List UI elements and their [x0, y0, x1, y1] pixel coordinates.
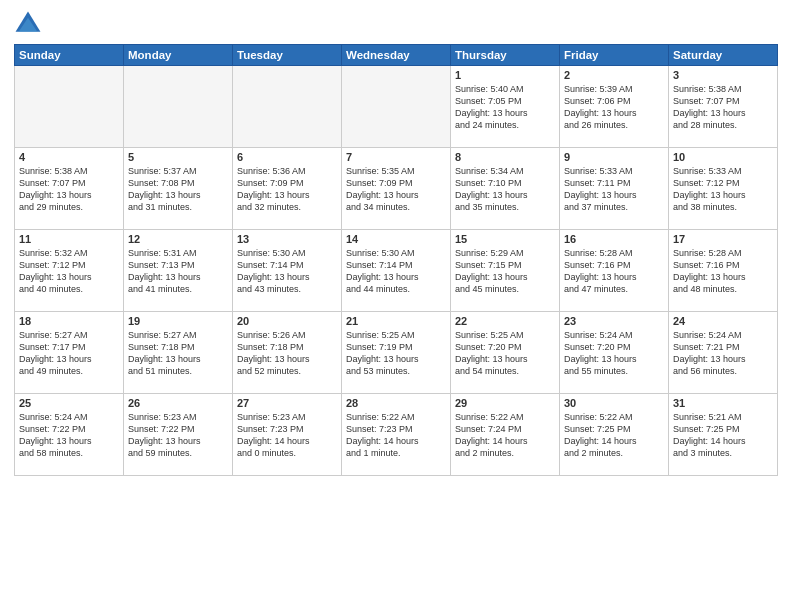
day-number: 12 — [128, 233, 228, 245]
day-cell: 4Sunrise: 5:38 AM Sunset: 7:07 PM Daylig… — [15, 148, 124, 230]
day-number: 25 — [19, 397, 119, 409]
day-cell: 24Sunrise: 5:24 AM Sunset: 7:21 PM Dayli… — [669, 312, 778, 394]
day-cell: 14Sunrise: 5:30 AM Sunset: 7:14 PM Dayli… — [342, 230, 451, 312]
day-cell — [342, 66, 451, 148]
day-info: Sunrise: 5:30 AM Sunset: 7:14 PM Dayligh… — [237, 247, 337, 296]
day-cell: 16Sunrise: 5:28 AM Sunset: 7:16 PM Dayli… — [560, 230, 669, 312]
day-cell: 10Sunrise: 5:33 AM Sunset: 7:12 PM Dayli… — [669, 148, 778, 230]
day-number: 4 — [19, 151, 119, 163]
day-number: 27 — [237, 397, 337, 409]
weekday-header-row: SundayMondayTuesdayWednesdayThursdayFrid… — [15, 45, 778, 66]
weekday-header-friday: Friday — [560, 45, 669, 66]
day-info: Sunrise: 5:22 AM Sunset: 7:25 PM Dayligh… — [564, 411, 664, 460]
day-number: 6 — [237, 151, 337, 163]
day-info: Sunrise: 5:34 AM Sunset: 7:10 PM Dayligh… — [455, 165, 555, 214]
day-info: Sunrise: 5:38 AM Sunset: 7:07 PM Dayligh… — [673, 83, 773, 132]
day-cell: 5Sunrise: 5:37 AM Sunset: 7:08 PM Daylig… — [124, 148, 233, 230]
day-cell: 9Sunrise: 5:33 AM Sunset: 7:11 PM Daylig… — [560, 148, 669, 230]
day-info: Sunrise: 5:37 AM Sunset: 7:08 PM Dayligh… — [128, 165, 228, 214]
day-number: 24 — [673, 315, 773, 327]
day-cell: 12Sunrise: 5:31 AM Sunset: 7:13 PM Dayli… — [124, 230, 233, 312]
weekday-header-wednesday: Wednesday — [342, 45, 451, 66]
day-number: 20 — [237, 315, 337, 327]
logo — [14, 10, 46, 38]
day-number: 3 — [673, 69, 773, 81]
day-cell: 23Sunrise: 5:24 AM Sunset: 7:20 PM Dayli… — [560, 312, 669, 394]
day-cell: 13Sunrise: 5:30 AM Sunset: 7:14 PM Dayli… — [233, 230, 342, 312]
day-info: Sunrise: 5:35 AM Sunset: 7:09 PM Dayligh… — [346, 165, 446, 214]
day-info: Sunrise: 5:26 AM Sunset: 7:18 PM Dayligh… — [237, 329, 337, 378]
day-cell: 1Sunrise: 5:40 AM Sunset: 7:05 PM Daylig… — [451, 66, 560, 148]
day-cell — [233, 66, 342, 148]
week-row-4: 18Sunrise: 5:27 AM Sunset: 7:17 PM Dayli… — [15, 312, 778, 394]
day-cell: 26Sunrise: 5:23 AM Sunset: 7:22 PM Dayli… — [124, 394, 233, 476]
day-cell: 31Sunrise: 5:21 AM Sunset: 7:25 PM Dayli… — [669, 394, 778, 476]
day-info: Sunrise: 5:24 AM Sunset: 7:21 PM Dayligh… — [673, 329, 773, 378]
day-cell: 3Sunrise: 5:38 AM Sunset: 7:07 PM Daylig… — [669, 66, 778, 148]
day-number: 28 — [346, 397, 446, 409]
day-info: Sunrise: 5:22 AM Sunset: 7:23 PM Dayligh… — [346, 411, 446, 460]
week-row-3: 11Sunrise: 5:32 AM Sunset: 7:12 PM Dayli… — [15, 230, 778, 312]
day-info: Sunrise: 5:39 AM Sunset: 7:06 PM Dayligh… — [564, 83, 664, 132]
day-info: Sunrise: 5:30 AM Sunset: 7:14 PM Dayligh… — [346, 247, 446, 296]
day-cell: 11Sunrise: 5:32 AM Sunset: 7:12 PM Dayli… — [15, 230, 124, 312]
day-number: 17 — [673, 233, 773, 245]
day-info: Sunrise: 5:23 AM Sunset: 7:23 PM Dayligh… — [237, 411, 337, 460]
day-number: 2 — [564, 69, 664, 81]
day-cell: 19Sunrise: 5:27 AM Sunset: 7:18 PM Dayli… — [124, 312, 233, 394]
day-cell: 25Sunrise: 5:24 AM Sunset: 7:22 PM Dayli… — [15, 394, 124, 476]
day-info: Sunrise: 5:38 AM Sunset: 7:07 PM Dayligh… — [19, 165, 119, 214]
weekday-header-tuesday: Tuesday — [233, 45, 342, 66]
day-info: Sunrise: 5:33 AM Sunset: 7:12 PM Dayligh… — [673, 165, 773, 214]
day-info: Sunrise: 5:27 AM Sunset: 7:17 PM Dayligh… — [19, 329, 119, 378]
day-cell — [15, 66, 124, 148]
day-info: Sunrise: 5:25 AM Sunset: 7:19 PM Dayligh… — [346, 329, 446, 378]
day-cell: 29Sunrise: 5:22 AM Sunset: 7:24 PM Dayli… — [451, 394, 560, 476]
day-number: 31 — [673, 397, 773, 409]
day-info: Sunrise: 5:23 AM Sunset: 7:22 PM Dayligh… — [128, 411, 228, 460]
day-number: 8 — [455, 151, 555, 163]
day-cell: 30Sunrise: 5:22 AM Sunset: 7:25 PM Dayli… — [560, 394, 669, 476]
day-info: Sunrise: 5:40 AM Sunset: 7:05 PM Dayligh… — [455, 83, 555, 132]
day-number: 1 — [455, 69, 555, 81]
day-info: Sunrise: 5:25 AM Sunset: 7:20 PM Dayligh… — [455, 329, 555, 378]
day-number: 5 — [128, 151, 228, 163]
day-info: Sunrise: 5:24 AM Sunset: 7:20 PM Dayligh… — [564, 329, 664, 378]
day-number: 26 — [128, 397, 228, 409]
day-info: Sunrise: 5:28 AM Sunset: 7:16 PM Dayligh… — [564, 247, 664, 296]
day-number: 23 — [564, 315, 664, 327]
week-row-2: 4Sunrise: 5:38 AM Sunset: 7:07 PM Daylig… — [15, 148, 778, 230]
day-cell: 22Sunrise: 5:25 AM Sunset: 7:20 PM Dayli… — [451, 312, 560, 394]
weekday-header-sunday: Sunday — [15, 45, 124, 66]
day-cell: 20Sunrise: 5:26 AM Sunset: 7:18 PM Dayli… — [233, 312, 342, 394]
day-cell: 27Sunrise: 5:23 AM Sunset: 7:23 PM Dayli… — [233, 394, 342, 476]
day-number: 29 — [455, 397, 555, 409]
day-info: Sunrise: 5:22 AM Sunset: 7:24 PM Dayligh… — [455, 411, 555, 460]
day-cell — [124, 66, 233, 148]
logo-icon — [14, 10, 42, 38]
day-cell: 21Sunrise: 5:25 AM Sunset: 7:19 PM Dayli… — [342, 312, 451, 394]
day-number: 13 — [237, 233, 337, 245]
day-cell: 17Sunrise: 5:28 AM Sunset: 7:16 PM Dayli… — [669, 230, 778, 312]
day-cell: 6Sunrise: 5:36 AM Sunset: 7:09 PM Daylig… — [233, 148, 342, 230]
day-cell: 2Sunrise: 5:39 AM Sunset: 7:06 PM Daylig… — [560, 66, 669, 148]
day-number: 22 — [455, 315, 555, 327]
day-cell: 28Sunrise: 5:22 AM Sunset: 7:23 PM Dayli… — [342, 394, 451, 476]
week-row-5: 25Sunrise: 5:24 AM Sunset: 7:22 PM Dayli… — [15, 394, 778, 476]
day-info: Sunrise: 5:28 AM Sunset: 7:16 PM Dayligh… — [673, 247, 773, 296]
day-cell: 15Sunrise: 5:29 AM Sunset: 7:15 PM Dayli… — [451, 230, 560, 312]
calendar: SundayMondayTuesdayWednesdayThursdayFrid… — [14, 44, 778, 476]
day-number: 9 — [564, 151, 664, 163]
day-info: Sunrise: 5:31 AM Sunset: 7:13 PM Dayligh… — [128, 247, 228, 296]
day-number: 19 — [128, 315, 228, 327]
day-info: Sunrise: 5:33 AM Sunset: 7:11 PM Dayligh… — [564, 165, 664, 214]
day-number: 10 — [673, 151, 773, 163]
day-info: Sunrise: 5:36 AM Sunset: 7:09 PM Dayligh… — [237, 165, 337, 214]
day-info: Sunrise: 5:27 AM Sunset: 7:18 PM Dayligh… — [128, 329, 228, 378]
week-row-1: 1Sunrise: 5:40 AM Sunset: 7:05 PM Daylig… — [15, 66, 778, 148]
weekday-header-saturday: Saturday — [669, 45, 778, 66]
day-info: Sunrise: 5:24 AM Sunset: 7:22 PM Dayligh… — [19, 411, 119, 460]
day-number: 11 — [19, 233, 119, 245]
day-number: 30 — [564, 397, 664, 409]
day-info: Sunrise: 5:21 AM Sunset: 7:25 PM Dayligh… — [673, 411, 773, 460]
